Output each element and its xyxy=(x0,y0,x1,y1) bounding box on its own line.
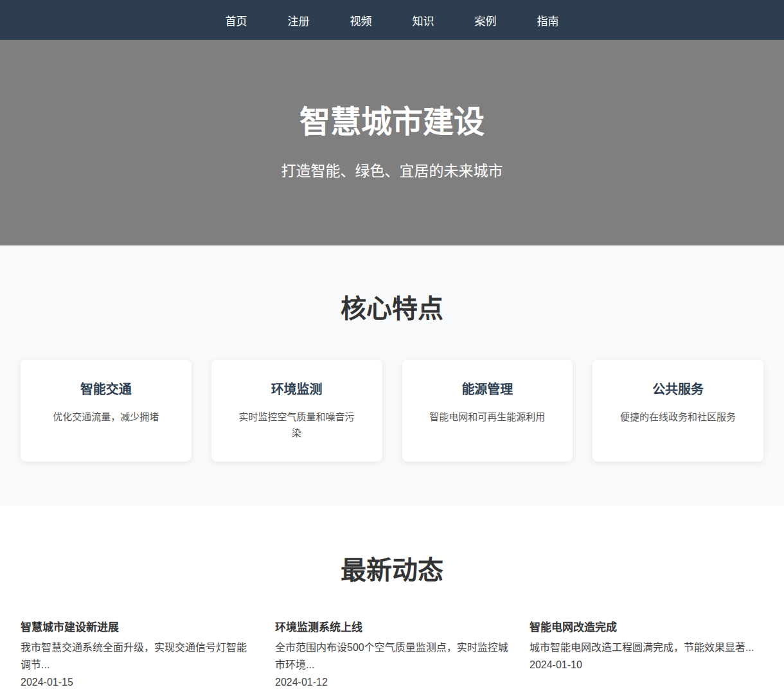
news-item-title: 智能电网改造完成 xyxy=(530,620,763,636)
feature-card-public-service: 公共服务 便捷的在线政务和社区服务 xyxy=(592,360,763,461)
nav-link-register[interactable]: 注册 xyxy=(288,12,310,28)
news-item-date: 2024-01-12 xyxy=(275,673,509,691)
hero-banner: 智慧城市建设 打造智能、绿色、宜居的未来城市 xyxy=(0,40,784,245)
feature-card-title: 能源管理 xyxy=(427,380,549,398)
news-item-title: 环境监测系统上线 xyxy=(275,620,509,636)
feature-card-title: 环境监测 xyxy=(236,380,358,398)
nav-link-home[interactable]: 首页 xyxy=(226,12,247,28)
news-item-date: 2024-01-15 xyxy=(21,673,254,691)
top-navbar: 首页 注册 视频 知识 案例 指南 xyxy=(0,0,784,40)
nav-link-knowledge[interactable]: 知识 xyxy=(413,12,434,28)
feature-card-description: 实时监控空气质量和噪音污染 xyxy=(236,409,358,441)
feature-card-description: 优化交通流量，减少拥堵 xyxy=(45,409,167,425)
news-item-date: 2024-01-10 xyxy=(530,656,763,673)
news-grid: 智慧城市建设新进展 我市智慧交通系统全面升级，实现交通信号灯智能调节... 20… xyxy=(21,620,763,691)
news-item-title: 智慧城市建设新进展 xyxy=(21,620,254,636)
news-item: 智慧城市建设新进展 我市智慧交通系统全面升级，实现交通信号灯智能调节... 20… xyxy=(21,620,254,691)
nav-link-video[interactable]: 视频 xyxy=(350,12,372,28)
nav-link-cases[interactable]: 案例 xyxy=(475,12,497,28)
news-item-summary: 我市智慧交通系统全面升级，实现交通信号灯智能调节... xyxy=(21,639,254,673)
feature-card-energy: 能源管理 智能电网和可再生能源利用 xyxy=(402,360,573,461)
news-item-summary: 城市智能电网改造工程圆满完成，节能效果显著... xyxy=(530,639,763,656)
news-item: 环境监测系统上线 全市范围内布设500个空气质量监测点，实时监控城市环境... … xyxy=(275,620,509,691)
feature-card-title: 公共服务 xyxy=(617,380,739,398)
hero-subtitle: 打造智能、绿色、宜居的未来城市 xyxy=(281,161,503,181)
news-heading: 最新动态 xyxy=(21,552,763,588)
news-section: 最新动态 智慧城市建设新进展 我市智慧交通系统全面升级，实现交通信号灯智能调节.… xyxy=(0,506,784,694)
feature-card-traffic: 智能交通 优化交通流量，减少拥堵 xyxy=(21,360,192,461)
feature-card-environment: 环境监测 实时监控空气质量和噪音污染 xyxy=(211,360,382,461)
feature-card-row: 智能交通 优化交通流量，减少拥堵 环境监测 实时监控空气质量和噪音污染 能源管理… xyxy=(21,360,763,461)
feature-card-description: 便捷的在线政务和社区服务 xyxy=(617,409,739,425)
news-item: 智能电网改造完成 城市智能电网改造工程圆满完成，节能效果显著... 2024-0… xyxy=(530,620,763,691)
features-heading: 核心特点 xyxy=(21,290,763,326)
hero-title: 智慧城市建设 xyxy=(299,104,485,140)
news-item-summary: 全市范围内布设500个空气质量监测点，实时监控城市环境... xyxy=(275,639,509,673)
feature-card-title: 智能交通 xyxy=(45,380,167,398)
features-section: 核心特点 智能交通 优化交通流量，减少拥堵 环境监测 实时监控空气质量和噪音污染… xyxy=(0,245,784,506)
nav-link-guide[interactable]: 指南 xyxy=(537,12,559,28)
feature-card-description: 智能电网和可再生能源利用 xyxy=(427,409,549,425)
